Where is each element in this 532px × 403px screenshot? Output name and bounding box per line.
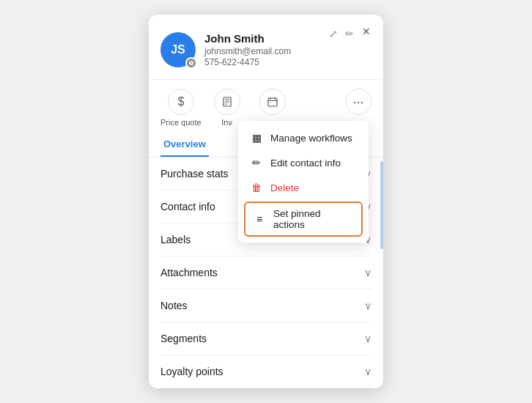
manage-workflows-label: Manage workflows bbox=[270, 133, 352, 144]
dropdown-menu: ▦ Manage workflows ✏ Edit contact info 🗑… bbox=[238, 121, 369, 243]
workflows-icon: ▦ bbox=[250, 132, 263, 144]
section-attachments[interactable]: Attachments ∨ bbox=[160, 256, 372, 289]
set-pinned-item[interactable]: ≡ Set pinned actions bbox=[244, 202, 363, 237]
invoice-label: Inv bbox=[221, 118, 232, 127]
section-loyalty-points[interactable]: Loyalty points ∨ bbox=[160, 355, 372, 388]
contact-email: johnsmith@email.com bbox=[204, 46, 372, 56]
calendar-icon bbox=[259, 89, 286, 115]
purchase-stats-label: Purchase stats bbox=[160, 168, 229, 180]
edit-contact-label: Edit contact info bbox=[270, 158, 341, 169]
avatar: JS bbox=[160, 32, 196, 67]
loyalty-points-label: Loyalty points bbox=[160, 366, 223, 377]
labels-label: Labels bbox=[160, 234, 191, 245]
set-pinned-label: Set pinned actions bbox=[273, 208, 354, 230]
contact-modal: × JS John Smith johnsmith@email.com 575-… bbox=[149, 15, 383, 388]
edit-contact-icon: ✏ bbox=[250, 157, 263, 169]
scrollbar[interactable] bbox=[380, 161, 383, 249]
manage-workflows-item[interactable]: ▦ Manage workflows bbox=[238, 125, 369, 150]
notes-label: Notes bbox=[160, 300, 188, 311]
pinned-icon: ≡ bbox=[253, 213, 266, 225]
contact-phone: 575-622-4475 bbox=[204, 57, 372, 67]
invoice-icon bbox=[214, 89, 240, 115]
tab-overview[interactable]: Overview bbox=[160, 133, 209, 157]
expand-button[interactable]: ⤢ bbox=[328, 26, 339, 41]
contact-info-label: Contact info bbox=[160, 201, 215, 212]
delete-item[interactable]: 🗑 Delete bbox=[238, 175, 369, 200]
edit-contact-item[interactable]: ✏ Edit contact info bbox=[238, 150, 369, 175]
avatar-badge bbox=[185, 57, 197, 69]
action-bar: $ Price quote Inv ··· ▦ Manage workflows bbox=[149, 80, 383, 127]
header-actions: ⤢ ✏ bbox=[328, 26, 355, 41]
svg-rect-5 bbox=[268, 98, 277, 106]
edit-icon: ✏ bbox=[345, 28, 354, 40]
more-button[interactable]: ··· bbox=[345, 89, 372, 115]
price-quote-action[interactable]: $ Price quote bbox=[160, 89, 202, 127]
segments-label: Segments bbox=[160, 333, 207, 344]
section-notes[interactable]: Notes ∨ bbox=[160, 289, 372, 322]
edit-button[interactable]: ✏ bbox=[344, 26, 355, 41]
chevron-notes: ∨ bbox=[364, 300, 372, 311]
section-segments[interactable]: Segments ∨ bbox=[160, 322, 372, 355]
expand-icon: ⤢ bbox=[329, 28, 338, 40]
delete-label: Delete bbox=[270, 182, 299, 193]
attachments-label: Attachments bbox=[160, 267, 218, 278]
chevron-segments: ∨ bbox=[364, 333, 372, 344]
delete-icon: 🗑 bbox=[250, 182, 263, 193]
chevron-attachments: ∨ bbox=[364, 267, 372, 278]
contact-header: JS John Smith johnsmith@email.com 575-62… bbox=[149, 15, 383, 80]
price-quote-label: Price quote bbox=[160, 118, 202, 127]
price-quote-icon: $ bbox=[168, 89, 194, 115]
chevron-loyalty-points: ∨ bbox=[364, 366, 372, 377]
calendar-action[interactable] bbox=[253, 89, 292, 118]
